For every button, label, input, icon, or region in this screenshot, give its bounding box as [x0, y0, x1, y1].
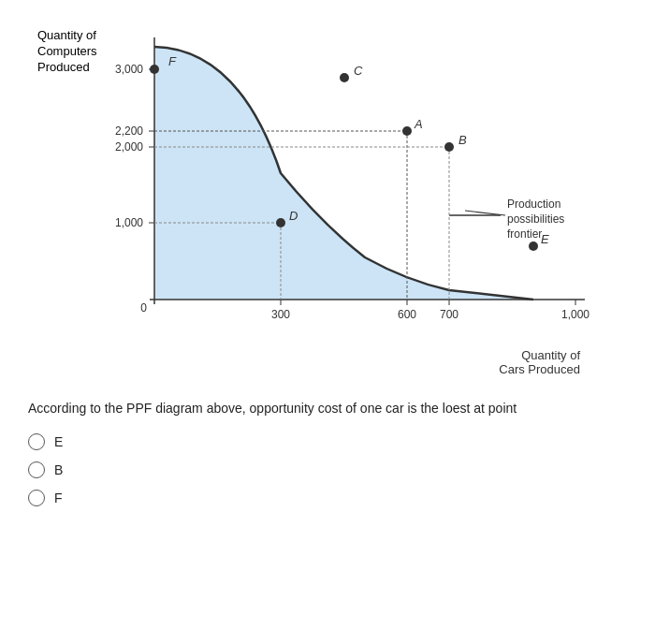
- frontier-label-line2: possibilities: [507, 212, 564, 226]
- radio-E[interactable]: [28, 433, 45, 450]
- point-F: [150, 65, 159, 74]
- x-label-1000: 1,000: [561, 308, 590, 321]
- option-F[interactable]: F: [28, 490, 627, 506]
- question-text: According to the PPF diagram above, oppo…: [28, 399, 627, 418]
- y-label-2000: 2,000: [115, 140, 143, 154]
- ppf-svg: 3,000 2,200 2,000 1,000 0 300 600 700: [108, 28, 632, 346]
- option-E-label: E: [54, 434, 63, 449]
- frontier-label-line1: Production: [507, 198, 560, 211]
- option-B-label: B: [54, 462, 63, 477]
- frontier-label-line3: frontier: [507, 227, 542, 241]
- y-label-2200: 2,200: [115, 124, 143, 138]
- y-label-3000: 3,000: [115, 63, 143, 76]
- chart-area: 3,000 2,200 2,000 1,000 0 300 600 700: [108, 28, 627, 376]
- radio-F[interactable]: [28, 490, 45, 506]
- label-B: B: [458, 133, 467, 147]
- point-C: [340, 73, 349, 82]
- label-D: D: [289, 209, 298, 223]
- x-label-600: 600: [398, 308, 416, 321]
- y-label-1000: 1,000: [115, 216, 143, 229]
- point-D: [276, 218, 285, 227]
- label-F: F: [168, 54, 177, 68]
- ppf-fill: [154, 47, 533, 300]
- y-axis-label: Quantity of Computers Produced: [37, 28, 97, 76]
- y-label-0: 0: [140, 301, 147, 315]
- options-container: E B F: [28, 433, 627, 506]
- x-label-700: 700: [440, 308, 458, 321]
- chart-container: Quantity of Computers Produced 3,000 2,2…: [37, 28, 627, 376]
- option-B[interactable]: B: [28, 461, 627, 478]
- label-C: C: [354, 64, 363, 78]
- point-E: [529, 242, 538, 251]
- option-F-label: F: [54, 490, 63, 505]
- x-axis-label: Quantity of Cars Produced: [108, 348, 627, 376]
- x-label-300: 300: [271, 308, 290, 321]
- label-A: A: [414, 117, 423, 131]
- option-E[interactable]: E: [28, 433, 627, 450]
- radio-B[interactable]: [28, 461, 45, 478]
- point-A: [402, 126, 412, 136]
- point-B: [444, 142, 454, 152]
